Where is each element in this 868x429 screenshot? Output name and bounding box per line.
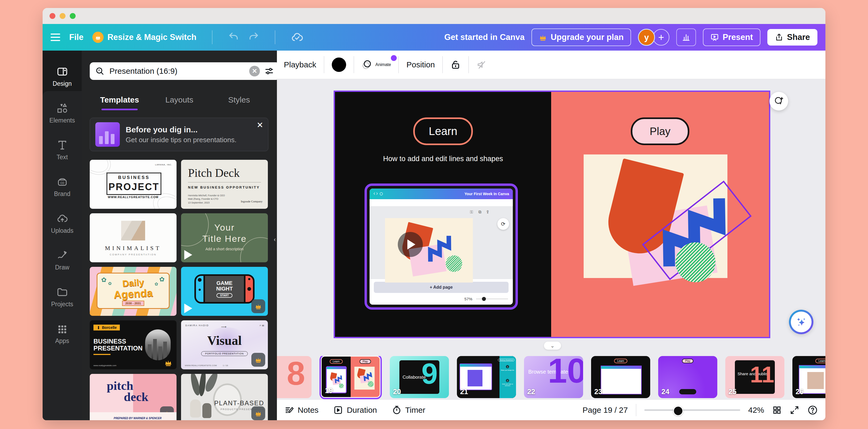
template-minimalist[interactable]: MINIMALIST COMPANY PRESENTATION [90,213,177,262]
template-business-presentation[interactable]: Borcelle BUSINESSPRESENTATION www.really… [90,320,177,369]
search-box: ✕ [90,62,280,80]
collapse-panel-handle[interactable]: ‹ [273,225,277,254]
video-play-button[interactable] [398,232,423,257]
share-button[interactable]: Share [767,29,817,45]
titlebar [42,8,826,24]
slide-page-19[interactable]: Learn How to add and edit lines and shap… [335,92,769,337]
banner-thumbnail [95,122,120,147]
crown-icon [92,32,103,43]
duration-icon [333,405,343,415]
page-thumbnail-20[interactable]: Collaborate9 20 [390,356,449,398]
maximize-window-button[interactable] [70,13,75,19]
filter-icon[interactable] [264,66,274,76]
page-indicator: Page 19 / 27 [583,405,628,415]
help-icon[interactable] [807,405,818,416]
comment-plus-icon [774,96,784,106]
close-window-button[interactable] [50,13,55,19]
tutorial-video[interactable]: Your First Week In Canva ⚿ ⧉ ⇪ [365,183,518,310]
mute-icon [476,59,487,70]
crown-icon [539,33,547,41]
sidebar-item-elements[interactable]: Elements [42,95,82,131]
sidebar-item-brand[interactable]: co Brand [42,168,82,205]
upgrade-plan-button[interactable]: Upgrade your plan [531,29,631,46]
sidebar-item-projects[interactable]: Projects [42,279,82,315]
menu-icon[interactable] [51,34,60,41]
position-button[interactable]: Position [406,60,435,69]
page-thumbnail-19-selected[interactable]: Learn Play [319,356,382,399]
magic-assistant-button[interactable] [789,310,813,334]
tab-templates[interactable]: Templates [90,91,149,110]
lock-button[interactable] [450,59,461,70]
timer-button[interactable]: Timer [392,405,426,415]
file-menu[interactable]: File [69,32,83,42]
template-pitch-deck[interactable]: Pitch Deck NEW BUSINESS OPPORTUNITY Henr… [181,160,268,209]
minimize-window-button[interactable] [60,13,65,19]
page-thumbnail-24[interactable]: Play 24 [658,356,717,398]
sidebar-item-draw[interactable]: Draw [42,242,82,279]
tab-styles[interactable]: Styles [209,91,269,110]
zoom-level[interactable]: 42% [748,405,764,415]
banner-title: Before you dig in... [126,125,237,134]
projects-icon [57,286,68,298]
template-your-title-here[interactable]: Your Title Here Add a short description [181,213,268,262]
sidebar-rail: Design Elements Text co Brand Uploads [42,51,82,420]
video-play-icon [184,250,192,259]
uploads-icon [57,213,68,224]
collapse-filmstrip-button[interactable]: ⌄ [544,342,561,350]
clear-search-icon[interactable]: ✕ [249,66,260,76]
editor-canvas-area: Playback Animate Position [277,51,826,420]
color-swatch[interactable] [332,58,346,72]
zoom-slider-thumb[interactable] [673,406,683,416]
redo-icon[interactable] [248,32,259,43]
page-thumbnail-21[interactable]: Sharing cheatsheet 1 Share your design l… [457,356,516,398]
fullscreen-icon[interactable] [790,405,799,415]
slide-left-half: Learn How to add and edit lines and shap… [335,92,551,337]
page-thumbnail-26[interactable]: Learn 26 [793,356,826,398]
play-button-shape[interactable]: Play [631,117,689,145]
template-grid: LARANA, INC. BUSINESSPROJECT WWW.REALLYG… [90,160,269,420]
playback-button[interactable]: Playback [284,60,316,69]
page-thumbnail-25[interactable]: Share and publish11 25 [725,356,784,398]
add-comment-button[interactable] [770,92,788,111]
page-thumbnail-18[interactable]: es apes 8 [277,356,312,398]
template-pitch-deck-pink[interactable]: pitch deck PREPARED BY WARNER & SPENCER [90,374,177,420]
page-filmstrip: es apes 8 Learn [277,356,826,401]
tab-layouts[interactable]: Layouts [149,91,209,110]
present-button[interactable]: Present [703,29,761,46]
grid-view-icon[interactable] [772,405,782,415]
mini-artboard [385,218,473,282]
text-icon [57,139,68,151]
close-icon[interactable]: ✕ [257,121,263,129]
sidebar-item-design[interactable]: Design [42,58,82,95]
template-business-project[interactable]: LARANA, INC. BUSINESSPROJECT WWW.REALLYG… [90,160,177,209]
sidebar-item-apps[interactable]: Apps [42,315,82,352]
play-artboard[interactable] [584,154,727,278]
user-avatar[interactable]: y [638,29,655,46]
resize-magic-switch-button[interactable]: Resize & Magic Switch [92,32,196,43]
duration-button[interactable]: Duration [333,405,377,415]
insights-button[interactable] [676,29,696,46]
animate-button[interactable]: Animate [362,59,391,70]
notes-button[interactable]: Notes [284,405,318,415]
template-daily-agenda[interactable]: ✿✿ ✿✿ Daily Agenda 2030 - 2031 [90,267,177,316]
replay-icon[interactable]: ⟳ [497,218,509,230]
pro-crown-icon [251,299,265,313]
template-game-night[interactable]: GAMENIGHT START [181,267,268,316]
learn-button-shape[interactable]: Learn [413,117,473,145]
sidebar-item-text[interactable]: Text [42,131,82,168]
undo-icon[interactable] [228,32,239,43]
timer-icon [392,405,402,415]
tips-banner[interactable]: Before you dig in... Get our inside tips… [90,118,269,151]
shape-green-circle[interactable] [676,242,715,282]
status-bar: Notes Duration Timer Page 19 / 27 42% [277,399,826,420]
add-member-button[interactable]: + [653,29,670,45]
mini-toolbar-icons: ⚿ ⧉ ⇪ [470,210,491,214]
template-plant-based[interactable]: PLANT-BASED PRODUCTS PRESENTATION [181,374,268,420]
template-visual[interactable]: SAMIRA HADID ⟶ ⌕ ☰ Visual PORTFOLIO PRES… [181,320,268,369]
search-input[interactable] [109,66,245,76]
sidebar-item-uploads[interactable]: Uploads [42,205,82,242]
page-thumbnail-22[interactable]: Browse templates 10 22 [524,356,583,398]
get-started-link[interactable]: Get started in Canva [444,32,525,42]
page-thumbnail-23[interactable]: Learn 23 [591,356,650,398]
zoom-slider[interactable] [644,409,740,411]
